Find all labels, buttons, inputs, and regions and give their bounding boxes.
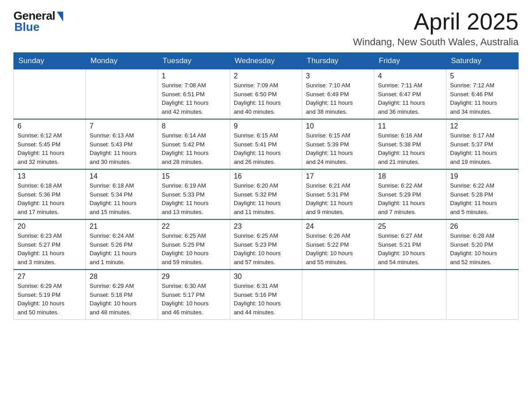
day-number: 2 (234, 72, 298, 80)
day-info: Sunrise: 6:24 AM Sunset: 5:26 PM Dayligh… (90, 231, 154, 266)
day-number: 12 (450, 122, 515, 130)
page-header: General Blue April 2025 Windang, New Sou… (13, 9, 519, 48)
calendar-cell: 7Sunrise: 6:13 AM Sunset: 5:43 PM Daylig… (86, 119, 158, 169)
day-info: Sunrise: 6:19 AM Sunset: 5:33 PM Dayligh… (162, 181, 226, 216)
calendar-cell: 14Sunrise: 6:18 AM Sunset: 5:34 PM Dayli… (86, 169, 158, 219)
calendar-header-saturday: Saturday (446, 53, 519, 69)
day-info: Sunrise: 6:12 AM Sunset: 5:45 PM Dayligh… (17, 131, 82, 166)
calendar-cell: 1Sunrise: 7:08 AM Sunset: 6:51 PM Daylig… (158, 69, 230, 120)
day-number: 1 (162, 72, 226, 80)
calendar-cell: 24Sunrise: 6:26 AM Sunset: 5:22 PM Dayli… (302, 219, 374, 270)
calendar-cell (302, 270, 374, 320)
calendar-cell: 12Sunrise: 6:17 AM Sunset: 5:37 PM Dayli… (446, 119, 519, 169)
calendar-cell: 15Sunrise: 6:19 AM Sunset: 5:33 PM Dayli… (158, 169, 230, 219)
day-info: Sunrise: 6:30 AM Sunset: 5:17 PM Dayligh… (162, 282, 226, 317)
logo-triangle-icon (57, 12, 63, 21)
calendar-cell: 2Sunrise: 7:09 AM Sunset: 6:50 PM Daylig… (230, 69, 302, 120)
day-info: Sunrise: 6:18 AM Sunset: 5:36 PM Dayligh… (17, 181, 82, 216)
day-info: Sunrise: 6:22 AM Sunset: 5:28 PM Dayligh… (450, 181, 515, 216)
calendar-cell (374, 270, 446, 320)
day-number: 11 (378, 122, 442, 130)
day-number: 19 (450, 172, 515, 180)
day-info: Sunrise: 6:27 AM Sunset: 5:21 PM Dayligh… (378, 231, 442, 266)
day-number: 14 (90, 172, 154, 180)
day-info: Sunrise: 6:16 AM Sunset: 5:38 PM Dayligh… (378, 131, 442, 166)
day-info: Sunrise: 6:18 AM Sunset: 5:34 PM Dayligh… (90, 181, 154, 216)
day-info: Sunrise: 6:29 AM Sunset: 5:18 PM Dayligh… (90, 282, 154, 317)
day-number: 5 (450, 72, 515, 80)
calendar-cell: 30Sunrise: 6:31 AM Sunset: 5:16 PM Dayli… (230, 270, 302, 320)
day-info: Sunrise: 7:12 AM Sunset: 6:46 PM Dayligh… (450, 81, 515, 116)
day-number: 25 (378, 223, 442, 231)
calendar-header-sunday: Sunday (14, 53, 86, 69)
calendar-header-thursday: Thursday (302, 53, 374, 69)
calendar-header-tuesday: Tuesday (158, 53, 230, 69)
calendar-header-monday: Monday (86, 53, 158, 69)
month-title: April 2025 (353, 9, 519, 34)
calendar-cell: 28Sunrise: 6:29 AM Sunset: 5:18 PM Dayli… (86, 270, 158, 320)
day-number: 23 (234, 223, 298, 231)
calendar-week-row: 1Sunrise: 7:08 AM Sunset: 6:51 PM Daylig… (14, 69, 519, 120)
day-info: Sunrise: 7:11 AM Sunset: 6:47 PM Dayligh… (378, 81, 442, 116)
calendar-cell: 16Sunrise: 6:20 AM Sunset: 5:32 PM Dayli… (230, 169, 302, 219)
calendar-cell: 26Sunrise: 6:28 AM Sunset: 5:20 PM Dayli… (446, 219, 519, 270)
day-number: 10 (306, 122, 370, 130)
calendar-header-row: SundayMondayTuesdayWednesdayThursdayFrid… (14, 53, 519, 69)
calendar-cell: 4Sunrise: 7:11 AM Sunset: 6:47 PM Daylig… (374, 69, 446, 120)
calendar-cell: 6Sunrise: 6:12 AM Sunset: 5:45 PM Daylig… (14, 119, 86, 169)
day-info: Sunrise: 7:10 AM Sunset: 6:49 PM Dayligh… (306, 81, 370, 116)
calendar-header-wednesday: Wednesday (230, 53, 302, 69)
day-number: 8 (162, 122, 226, 130)
day-number: 16 (234, 172, 298, 180)
logo: General Blue (13, 9, 63, 34)
calendar-cell: 8Sunrise: 6:14 AM Sunset: 5:42 PM Daylig… (158, 119, 230, 169)
calendar-header-friday: Friday (374, 53, 446, 69)
day-number: 6 (17, 122, 82, 130)
calendar-cell: 21Sunrise: 6:24 AM Sunset: 5:26 PM Dayli… (86, 219, 158, 270)
day-number: 17 (306, 172, 370, 180)
calendar-cell: 20Sunrise: 6:23 AM Sunset: 5:27 PM Dayli… (14, 219, 86, 270)
day-info: Sunrise: 6:29 AM Sunset: 5:19 PM Dayligh… (17, 282, 82, 317)
day-number: 15 (162, 172, 226, 180)
calendar-table: SundayMondayTuesdayWednesdayThursdayFrid… (13, 52, 519, 320)
day-number: 26 (450, 223, 515, 231)
title-block: April 2025 Windang, New South Wales, Aus… (353, 9, 519, 48)
day-info: Sunrise: 7:08 AM Sunset: 6:51 PM Dayligh… (162, 81, 226, 116)
day-info: Sunrise: 6:14 AM Sunset: 5:42 PM Dayligh… (162, 131, 226, 166)
day-number: 30 (234, 273, 298, 281)
day-info: Sunrise: 6:22 AM Sunset: 5:29 PM Dayligh… (378, 181, 442, 216)
day-number: 21 (90, 223, 154, 231)
day-info: Sunrise: 6:17 AM Sunset: 5:37 PM Dayligh… (450, 131, 515, 166)
day-number: 18 (378, 172, 442, 180)
day-number: 4 (378, 72, 442, 80)
day-number: 13 (17, 172, 82, 180)
calendar-cell: 9Sunrise: 6:15 AM Sunset: 5:41 PM Daylig… (230, 119, 302, 169)
day-info: Sunrise: 6:23 AM Sunset: 5:27 PM Dayligh… (17, 231, 82, 266)
calendar-week-row: 6Sunrise: 6:12 AM Sunset: 5:45 PM Daylig… (14, 119, 519, 169)
calendar-cell: 23Sunrise: 6:25 AM Sunset: 5:23 PM Dayli… (230, 219, 302, 270)
calendar-cell: 11Sunrise: 6:16 AM Sunset: 5:38 PM Dayli… (374, 119, 446, 169)
location-title: Windang, New South Wales, Australia (353, 36, 519, 48)
day-number: 29 (162, 273, 226, 281)
calendar-cell: 29Sunrise: 6:30 AM Sunset: 5:17 PM Dayli… (158, 270, 230, 320)
calendar-cell: 10Sunrise: 6:15 AM Sunset: 5:39 PM Dayli… (302, 119, 374, 169)
calendar-cell: 13Sunrise: 6:18 AM Sunset: 5:36 PM Dayli… (14, 169, 86, 219)
day-info: Sunrise: 6:28 AM Sunset: 5:20 PM Dayligh… (450, 231, 515, 266)
day-info: Sunrise: 6:25 AM Sunset: 5:25 PM Dayligh… (162, 231, 226, 266)
calendar-cell: 5Sunrise: 7:12 AM Sunset: 6:46 PM Daylig… (446, 69, 519, 120)
calendar-cell: 17Sunrise: 6:21 AM Sunset: 5:31 PM Dayli… (302, 169, 374, 219)
day-info: Sunrise: 6:15 AM Sunset: 5:39 PM Dayligh… (306, 131, 370, 166)
day-number: 22 (162, 223, 226, 231)
day-info: Sunrise: 6:31 AM Sunset: 5:16 PM Dayligh… (234, 282, 298, 317)
day-number: 20 (17, 223, 82, 231)
calendar-cell: 3Sunrise: 7:10 AM Sunset: 6:49 PM Daylig… (302, 69, 374, 120)
day-info: Sunrise: 6:13 AM Sunset: 5:43 PM Dayligh… (90, 131, 154, 166)
calendar-cell (14, 69, 86, 120)
calendar-cell (446, 270, 519, 320)
day-number: 3 (306, 72, 370, 80)
day-number: 7 (90, 122, 154, 130)
calendar-cell: 22Sunrise: 6:25 AM Sunset: 5:25 PM Dayli… (158, 219, 230, 270)
calendar-week-row: 20Sunrise: 6:23 AM Sunset: 5:27 PM Dayli… (14, 219, 519, 270)
day-number: 9 (234, 122, 298, 130)
day-info: Sunrise: 6:25 AM Sunset: 5:23 PM Dayligh… (234, 231, 298, 266)
